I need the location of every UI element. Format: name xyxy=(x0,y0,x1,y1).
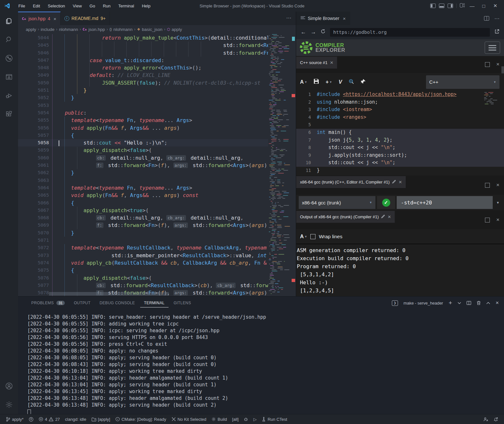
code-line[interactable]: 2using nlohmann::json; xyxy=(296,99,504,106)
code-line[interactable]: 5067 apply_dispatch<true>( xyxy=(18,207,268,214)
minimap[interactable] xyxy=(268,33,291,296)
build-button[interactable]: Build xyxy=(209,414,229,424)
toggle-sidebar-icon[interactable] xyxy=(430,4,436,8)
breadcrumb-item[interactable]: apply xyxy=(172,27,182,32)
open-external-icon[interactable] xyxy=(494,29,499,36)
ce-source-editor[interactable]: 1#include <https://localhost:8443/apply/… xyxy=(296,91,504,175)
code-line[interactable]: 5064 template<typename Fn, typename... A… xyxy=(18,184,268,192)
breadcrumb-item[interactable]: apply xyxy=(26,27,36,32)
code-line[interactable]: 5070 } xyxy=(18,229,268,237)
code-line[interactable]: 5056 void apply(Fn&& f, Args&& ... args) xyxy=(18,124,268,132)
new-terminal-icon[interactable]: + xyxy=(449,299,452,306)
code-line[interactable]: 5 xyxy=(296,121,504,129)
tab-json-hpp[interactable]: C+ json.hpp 4 × xyxy=(18,12,61,25)
code-line[interactable]: 5050 JSON_ASSERT(false); // NOLINT(cert-… xyxy=(18,79,268,87)
code-line[interactable]: 5052 } xyxy=(18,94,268,101)
close-tab-icon[interactable]: × xyxy=(343,16,346,21)
kill-terminal-icon[interactable] xyxy=(477,301,481,305)
add-pane-icon[interactable]: +▼ xyxy=(325,79,332,85)
code-area[interactable]: 5044 return apply_make_tuple<ConstThis>(… xyxy=(18,34,268,296)
rename-icon[interactable] xyxy=(381,214,385,219)
terminal-dropdown-icon[interactable] xyxy=(458,302,461,304)
code-line[interactable]: 5054 public: xyxy=(18,109,268,117)
remote-account-icon[interactable] xyxy=(480,417,491,422)
menu-go[interactable]: Go xyxy=(86,2,99,10)
extensions-icon[interactable] xyxy=(0,105,18,124)
cmake-icon[interactable] xyxy=(0,68,18,86)
terminal-instance-label[interactable]: make - serve_header xyxy=(403,301,443,306)
zoom-icon[interactable] xyxy=(348,79,354,86)
breadcrumb-item[interactable]: nlohmann xyxy=(59,27,78,32)
font-size-icon[interactable]: A▼ xyxy=(300,79,307,85)
code-line[interactable]: 5073 std::is_member_pointer<ResultCallba… xyxy=(18,252,268,259)
menu-run[interactable]: Run xyxy=(99,2,114,10)
breadcrumb-item[interactable]: include xyxy=(41,27,54,32)
code-line[interactable]: 4#include <ranges> xyxy=(296,114,504,121)
code-line[interactable]: 5074 void apply_cb(ResultCallback && cb,… xyxy=(18,259,268,267)
font-size-icon[interactable]: A▼ xyxy=(300,234,307,240)
close-tab-icon[interactable]: × xyxy=(53,16,56,22)
code-line[interactable]: 8 std::cout << j << "\n"; xyxy=(296,144,504,152)
code-line[interactable]: 5077 cb: std::forward<ResultCallback>(cb… xyxy=(18,282,268,289)
code-line[interactable]: 3#include <iostream> xyxy=(296,106,504,114)
horizontal-scrollbar[interactable] xyxy=(49,292,169,296)
code-line[interactable]: 9 j.apply(std::ranges::sort); xyxy=(296,152,504,159)
close-button[interactable]: ✕ xyxy=(491,3,499,9)
code-line[interactable]: 5058 std::cout << "Hello :-)\n"; xyxy=(18,139,268,146)
code-line[interactable]: 1#include <https://localhost:8443/apply/… xyxy=(296,91,504,99)
source-tab[interactable]: C++ source #1 × xyxy=(296,57,337,69)
code-line[interactable]: 5069 f: std::forward<Fn>(f), args: std::… xyxy=(18,221,268,229)
code-line[interactable]: 5072 template<typename ResultCallback, t… xyxy=(18,244,268,251)
menu-file[interactable]: File xyxy=(15,2,29,10)
code-line[interactable]: 5049 default: // LCOV_EXCL_LINE xyxy=(18,71,268,79)
code-line[interactable]: 11} xyxy=(296,167,504,174)
save-icon[interactable] xyxy=(314,79,319,85)
close-icon[interactable]: × xyxy=(330,60,333,66)
pin-icon[interactable] xyxy=(361,79,366,85)
code-line[interactable]: 5065 void apply(Fn&& f, Args&& ... args)… xyxy=(18,192,268,199)
cmake-folder[interactable]: [apply] xyxy=(89,414,113,424)
close-pane-icon[interactable]: × xyxy=(496,61,499,68)
settings-gear-icon[interactable] xyxy=(0,395,18,414)
code-line[interactable]: 5063 xyxy=(18,177,268,184)
cmake-status[interactable]: CMake: [Debug]: Ready xyxy=(113,414,169,424)
compiler-tab[interactable]: x86-64 gcc (trunk) (C++, Editor #1, Comp… xyxy=(296,176,406,188)
account-icon[interactable] xyxy=(0,377,18,395)
code-line[interactable]: 5057 { xyxy=(18,132,268,139)
url-input[interactable]: https://godbolt.org xyxy=(330,28,490,37)
code-line[interactable]: 5059 apply_dispatch<false>( xyxy=(18,146,268,154)
reload-icon[interactable] xyxy=(321,29,325,35)
code-line[interactable]: 5046 std::forward<Fn>( xyxy=(18,49,268,57)
toggle-secondary-sidebar-icon[interactable] xyxy=(448,4,453,8)
terminal-output[interactable]: [2022-04-30 06:05:55] INFO: serve_header… xyxy=(27,314,495,415)
source-control-icon[interactable] xyxy=(0,49,18,68)
ctest-button[interactable]: Run CTest xyxy=(259,414,290,424)
code-line[interactable]: 5047 case value_t::discarded: xyxy=(18,57,268,64)
forward-icon[interactable]: → xyxy=(311,29,316,35)
compiler-options-input[interactable]: -std=c++20 xyxy=(397,196,493,209)
code-line[interactable]: 6int main() { xyxy=(296,129,504,137)
debug-icon[interactable] xyxy=(241,414,251,424)
split-editor-icon[interactable] xyxy=(484,16,489,21)
tab-output[interactable]: OUTPUT xyxy=(70,299,94,307)
launch-icon[interactable]: ▷ xyxy=(251,414,259,424)
close-pane-icon[interactable]: × xyxy=(496,182,499,188)
code-line[interactable]: 5055 template<typename Fn, typename... A… xyxy=(18,117,268,124)
code-line[interactable]: 7 json j{5, 3, 1, 4, 2}; xyxy=(296,137,504,144)
split-terminal-icon[interactable] xyxy=(467,301,471,305)
editor-more-actions-icon[interactable]: ⋯ xyxy=(286,12,296,25)
tab-terminal[interactable]: TERMINAL xyxy=(140,299,169,307)
options-dropdown-icon[interactable]: ▼ xyxy=(494,201,501,204)
code-line[interactable]: 5062 } xyxy=(18,169,268,176)
tab-readme-md[interactable]: i README.md 9+ xyxy=(61,12,110,25)
code-line[interactable]: 5071 xyxy=(18,237,268,244)
code-line[interactable]: 5061 f: std::forward<Fn>(f), args: std::… xyxy=(18,162,268,169)
code-editor[interactable]: 5044 return apply_make_tuple<ConstThis>(… xyxy=(18,33,296,296)
kit-selector[interactable]: No Kit Selected xyxy=(169,414,209,424)
tab-problems[interactable]: PROBLEMS 31 xyxy=(27,299,69,307)
minimize-button[interactable]: — xyxy=(468,3,476,9)
problems-indicator[interactable]: 4 27 xyxy=(36,414,63,424)
ce-logo[interactable]: COMPILER EXPLORER xyxy=(299,41,345,54)
close-icon[interactable]: × xyxy=(388,214,391,220)
code-line[interactable]: 10 std::cout << j << "\n"; xyxy=(296,159,504,167)
